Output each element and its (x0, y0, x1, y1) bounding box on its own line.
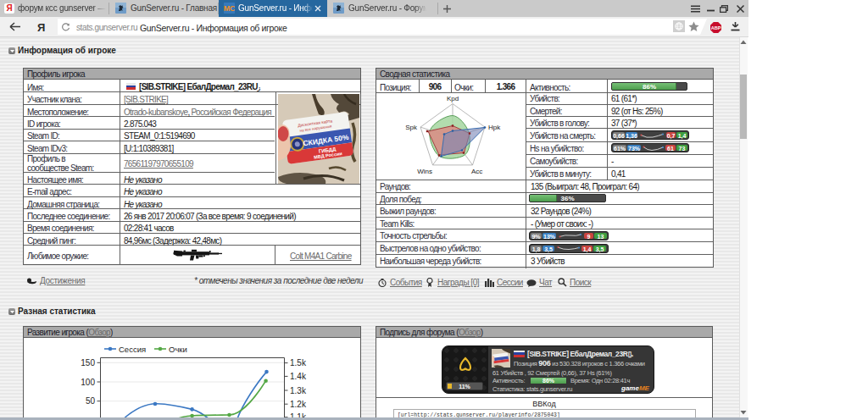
svg-text:1.3k: 1.3k (290, 386, 307, 395)
svg-text:Очки: Очки (169, 345, 187, 354)
svg-text:150: 150 (81, 358, 95, 368)
svg-text:Kpd: Kpd (447, 95, 459, 102)
svg-text:Wins: Wins (417, 168, 432, 175)
svg-text:1.5k: 1.5k (290, 358, 307, 368)
svg-text:100: 100 (81, 378, 95, 387)
svg-text:Acc: Acc (471, 168, 482, 175)
svg-text:MC: MC (224, 4, 235, 13)
svg-text:1.4k: 1.4k (290, 372, 307, 381)
svg-text:50: 50 (86, 396, 96, 406)
svg-text:Spk: Spk (405, 124, 418, 131)
svg-text:Сессия: Сессия (119, 345, 146, 354)
svg-text:Hpk: Hpk (488, 124, 501, 131)
svg-text:ABP: ABP (711, 25, 721, 30)
svg-text:1.2k: 1.2k (290, 400, 307, 409)
